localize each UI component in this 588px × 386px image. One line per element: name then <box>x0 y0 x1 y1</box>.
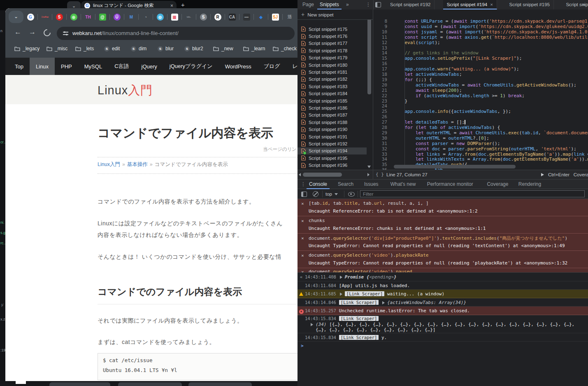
console-log-object-message[interactable]: 14:43:14.846[Link Scraper] {activeWindow… <box>297 298 588 307</box>
toggle-navigator-icon[interactable] <box>375 2 381 7</box>
code-line-20[interactable]: 20 activeWindowTabs = await ChromeUtils.… <box>373 83 588 88</box>
panel-tab-page[interactable]: Page <box>300 0 316 9</box>
drawer-tab-console[interactable]: Console <box>307 180 330 189</box>
editor-tab-194[interactable]: Script snippet #194× <box>443 0 497 9</box>
breadcrumb-item[interactable]: 基本操作 <box>127 161 148 167</box>
bookmark-blur2[interactable]: Sblur2 <box>184 46 203 51</box>
new-tab-button[interactable]: + <box>181 1 185 8</box>
console-messages[interactable]: ×[tab.id, tab.title, tab.url, result, a,… <box>297 199 588 386</box>
console-log-message[interactable]: 14:43:15.834[Link Scraper] y. <box>297 333 588 342</box>
console-warning-message[interactable]: 14:43:11.685[Link Scraper] waiting... (a… <box>297 290 588 298</box>
code-editor[interactable]: 8 const URLParse = (await import('https:… <box>373 9 588 170</box>
console-filter-input[interactable] <box>360 190 585 197</box>
tds-favicon[interactable]: tds. <box>184 12 193 21</box>
code-line-25[interactable]: 25 app.console.info({activeWindowTabs, }… <box>373 109 588 115</box>
error-close-icon[interactable]: × <box>301 269 304 273</box>
snippets-horizontal-scrollbar[interactable] <box>297 170 373 179</box>
editor-horizontal-scrollbar[interactable] <box>394 165 516 168</box>
run-icon[interactable] <box>541 173 544 176</box>
snippet-item-190[interactable]: Script snippet #190 <box>297 126 367 133</box>
kanji-favicon[interactable]: 活 <box>285 12 294 21</box>
bookmark-edit[interactable]: Sedit <box>104 46 120 51</box>
console-error-message[interactable]: ×chunksUncaught ReferenceError: chunks i… <box>297 216 588 234</box>
snippet-item-179[interactable]: Script snippet #179 <box>297 54 367 61</box>
close-tab-icon[interactable]: × <box>490 2 493 7</box>
site-nav--[interactable]: ブログ <box>258 58 286 75</box>
close-tab-icon[interactable]: × <box>170 3 173 9</box>
site-settings-icon[interactable] <box>63 31 68 36</box>
bookmark-blur[interactable]: Sblur <box>158 46 174 51</box>
google-favicon[interactable]: G <box>26 12 35 21</box>
breadcrumb-item[interactable]: Linux入門 <box>98 161 120 167</box>
forward-icon[interactable]: → <box>29 28 36 36</box>
array-preview[interactable]: (34) [{…}, {…}, {…}, {…}, {…}, {…}, {…},… <box>316 322 585 333</box>
bookmark-legacy[interactable]: _legacy <box>14 46 40 51</box>
console-result-message[interactable]: «14:43:11.408Promise {<pending>} <box>297 273 588 281</box>
snippet-item-182[interactable]: Script snippet #182 <box>297 76 367 83</box>
snippet-item-183[interactable]: Script snippet #183 <box>297 83 367 90</box>
purple-shield-favicon[interactable]: Û <box>112 12 121 21</box>
snippet-item-180[interactable]: Script snippet #180 <box>297 61 367 68</box>
snippet-item-194[interactable]: Script snippet #194 <box>297 147 367 154</box>
at-favicon[interactable]: @ <box>98 12 107 21</box>
console-sidebar-icon[interactable] <box>301 192 307 197</box>
object-preview[interactable]: {activeWindowTabs: Array(34)} <box>387 300 466 305</box>
cisrat-favicon[interactable]: CisRat <box>40 12 49 21</box>
site-nav-top[interactable]: Top <box>9 58 30 75</box>
code-line-15[interactable]: 15 app.console.setLogPrefix("[Link Scrap… <box>373 56 588 61</box>
snippet-item-186[interactable]: Script snippet #186 <box>297 104 367 111</box>
expand-triangle-icon[interactable] <box>382 301 385 304</box>
snippet-item-188[interactable]: Script snippet #188 <box>297 119 367 126</box>
more-editor-tabs-icon[interactable]: » <box>580 0 588 9</box>
url-text[interactable]: webkaru.net/linux/command-line-file-cont… <box>72 30 179 36</box>
drawer-tab-issues[interactable]: Issues <box>362 180 381 189</box>
snippet-item-175[interactable]: Script snippet #175 <box>297 26 367 33</box>
error-close-icon[interactable]: × <box>301 201 304 206</box>
console-log-message[interactable]: 14:43:11.684[App] utils.js has loaded. <box>297 281 588 290</box>
clear-console-icon[interactable] <box>313 191 318 197</box>
context-selector[interactable]: top <box>325 189 338 199</box>
th-favicon[interactable]: TH <box>84 12 93 21</box>
error-close-icon[interactable]: × <box>301 236 304 241</box>
blue-gem-favicon[interactable]: ◆ <box>256 12 265 21</box>
site-nav-jquery[interactable]: jQuery <box>135 58 163 75</box>
code-line-23[interactable]: 23 } <box>373 99 588 104</box>
editor-tab-195[interactable]: Script snippet #195 <box>506 0 554 9</box>
drawer-tab-performance-monitor[interactable]: Performance monitor <box>425 180 476 189</box>
expand-triangle-icon[interactable] <box>340 276 342 279</box>
panel-tab-snippets[interactable]: Snippets <box>317 0 342 9</box>
console-error-message[interactable]: ×[tab.id, tab.title, tab.url, result, a,… <box>297 199 588 216</box>
r-ring-favicon[interactable]: R <box>213 12 222 21</box>
editor-tab-192[interactable]: Script snippet #192 <box>386 0 435 9</box>
bookmark-learn[interactable]: _learn <box>243 46 265 51</box>
address-bar[interactable]: webkaru.net/linux/command-line-file-cont… <box>57 27 295 40</box>
expand-triangle-icon[interactable] <box>311 323 313 326</box>
blue-m-favicon[interactable]: M <box>127 12 136 21</box>
snippet-item-177[interactable]: Script snippet #177 <box>297 40 367 47</box>
orange-sj-favicon[interactable]: SJ <box>271 12 280 21</box>
snippet-item-191[interactable]: Script snippet #191 <box>297 133 367 140</box>
snippet-item-184[interactable]: Script snippet #184 <box>297 90 367 97</box>
bookmark-dim[interactable]: Sdim <box>131 46 146 51</box>
console-error-message[interactable]: ×document.querySelector('div[id="product… <box>297 234 588 251</box>
snippet-item-187[interactable]: Script snippet #187 <box>297 112 367 119</box>
console-error-message-clipped[interactable]: ×document.querySelector('video').paused <box>297 268 588 273</box>
bookmark-misc[interactable]: _misc <box>46 46 67 51</box>
back-icon[interactable]: ← <box>14 28 21 36</box>
console-runtime-error-message[interactable]: ×14:43:15.257Unchecked runtime.lastError… <box>297 306 588 315</box>
more-panels-icon[interactable]: » <box>344 0 351 9</box>
bookmark-check[interactable]: _check <box>273 46 297 51</box>
error-close-icon[interactable]: × <box>301 218 304 224</box>
bookmark-lets[interactable]: _lets <box>75 46 94 51</box>
pink-grid-favicon[interactable]: ▦ <box>170 12 179 21</box>
tab-search-button[interactable]: ⌄ <box>9 11 23 23</box>
site-nav-jquery-[interactable]: jQueryプラグイン <box>163 58 219 75</box>
hex-face-favicon[interactable]: ◍ <box>156 12 165 21</box>
site-nav-wordpress[interactable]: WordPress <box>219 58 258 75</box>
site-nav--[interactable]: レンサバ比較 <box>286 58 297 75</box>
site-nav-mysql[interactable]: MySQL <box>78 58 108 75</box>
bookmark-new[interactable]: _new <box>213 46 233 51</box>
snippet-item-196[interactable]: Script snippet #196 <box>297 162 367 169</box>
console-error-message[interactable]: ×document.querySelector('video').playbac… <box>297 251 588 268</box>
ca-box-favicon[interactable]: CA <box>228 12 237 21</box>
